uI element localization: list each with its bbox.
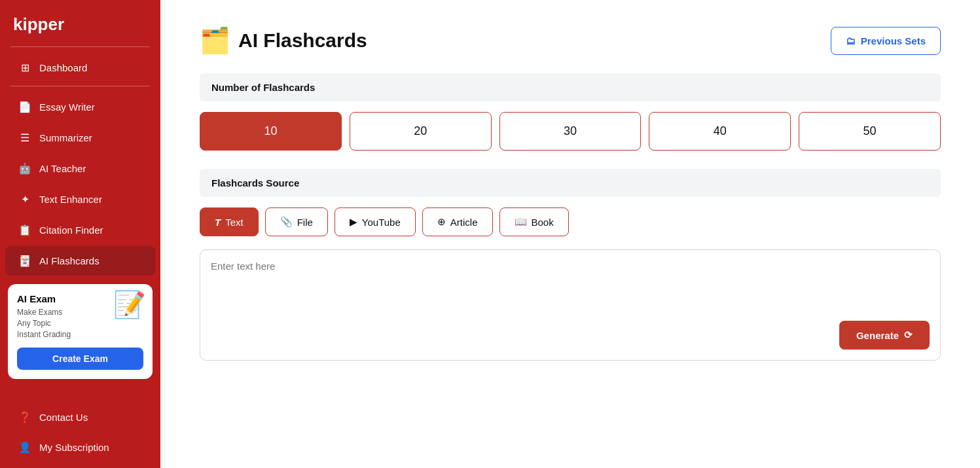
- page-title-row: 🗂️ AI Flashcards: [200, 26, 367, 55]
- sidebar-item-ai-flashcards[interactable]: 🃏 AI Flashcards: [5, 246, 155, 276]
- num-btn-20[interactable]: 20: [350, 112, 492, 151]
- promo-emoji: 📝: [113, 289, 146, 320]
- ai-teacher-icon: 🤖: [18, 162, 31, 175]
- source-book-label: Book: [532, 217, 554, 228]
- sidebar-item-contact-us[interactable]: ❓ Contact Us: [5, 403, 155, 432]
- sidebar-item-dashboard[interactable]: ⊞ Dashboard: [5, 53, 155, 82]
- sidebar-item-ai-teacher-label: AI Teacher: [39, 163, 86, 174]
- generate-icon: ⟳: [904, 329, 913, 341]
- sidebar-item-my-subscription[interactable]: 👤 My Subscription: [5, 433, 155, 462]
- source-youtube-label: YouTube: [362, 217, 401, 228]
- page-title-icon: 🗂️: [200, 26, 230, 55]
- sidebar-item-contact-label: Contact Us: [39, 412, 88, 423]
- sidebar-promo: 📝 AI Exam Make Exams Any Topic Instant G…: [8, 284, 153, 379]
- essay-icon: 📄: [18, 101, 31, 113]
- previous-sets-icon: 🗂: [846, 35, 856, 46]
- dashboard-icon: ⊞: [18, 62, 31, 74]
- youtube-source-icon: ▶: [350, 216, 357, 228]
- flashcards-icon: 🃏: [18, 255, 31, 267]
- text-input-area: Generate ⟳: [200, 249, 941, 361]
- citation-icon: 📋: [18, 224, 31, 236]
- text-source-icon: T: [215, 217, 221, 228]
- page-header: 🗂️ AI Flashcards 🗂 Previous Sets: [200, 26, 941, 55]
- sidebar-item-subscription-label: My Subscription: [39, 442, 109, 453]
- sidebar-item-text-enhancer-label: Text Enhancer: [39, 194, 102, 205]
- contact-icon: ❓: [18, 411, 31, 423]
- subscription-icon: 👤: [18, 441, 31, 454]
- num-btn-50[interactable]: 50: [799, 112, 941, 151]
- main-content: 🗂️ AI Flashcards 🗂 Previous Sets Number …: [160, 0, 980, 468]
- book-source-icon: 📖: [515, 216, 527, 228]
- previous-sets-button[interactable]: 🗂 Previous Sets: [831, 27, 941, 55]
- page-title: AI Flashcards: [238, 29, 367, 52]
- file-source-icon: 📎: [280, 216, 293, 228]
- sidebar-item-summarizer-label: Summarizer: [39, 132, 92, 143]
- sidebar-item-citation-label: Citation Finder: [39, 225, 103, 236]
- generate-button[interactable]: Generate ⟳: [839, 321, 930, 350]
- sidebar-bottom: ❓ Contact Us 👤 My Subscription: [0, 402, 160, 468]
- app-logo[interactable]: kipper: [0, 0, 160, 46]
- num-btn-30[interactable]: 30: [499, 112, 642, 151]
- source-article-label: Article: [450, 217, 478, 228]
- sidebar-item-flashcards-label: AI Flashcards: [39, 255, 100, 266]
- number-buttons-group: 10 20 30 40 50: [200, 112, 941, 151]
- num-btn-40[interactable]: 40: [649, 112, 791, 151]
- source-text-label: Text: [225, 217, 244, 228]
- sidebar-item-citation-finder[interactable]: 📋 Citation Finder: [5, 215, 155, 245]
- source-buttons-group: T Text 📎 File ▶ YouTube ⊕ Article 📖 Book: [200, 207, 941, 236]
- summarizer-icon: ☰: [18, 132, 31, 144]
- sidebar-item-essay-writer[interactable]: 📄 Essay Writer: [5, 92, 155, 122]
- source-file-label: File: [297, 217, 313, 228]
- source-btn-book[interactable]: 📖 Book: [499, 207, 569, 236]
- previous-sets-label: Previous Sets: [861, 35, 926, 46]
- flashcard-count-section-label: Number of Flashcards: [200, 73, 941, 101]
- sidebar-item-essay-label: Essay Writer: [39, 101, 95, 113]
- sidebar-item-dashboard-label: Dashboard: [39, 62, 87, 73]
- article-source-icon: ⊕: [437, 216, 446, 228]
- sidebar: kipper ⊞ Dashboard 📄 Essay Writer ☰ Summ…: [0, 0, 160, 468]
- sidebar-item-text-enhancer[interactable]: ✦ Text Enhancer: [5, 185, 155, 214]
- source-btn-file[interactable]: 📎 File: [265, 207, 328, 236]
- sidebar-item-ai-teacher[interactable]: 🤖 AI Teacher: [5, 154, 155, 183]
- source-btn-youtube[interactable]: ▶ YouTube: [335, 207, 416, 236]
- flashcard-source-section-label: Flashcards Source: [200, 169, 941, 197]
- generate-label: Generate: [856, 330, 899, 341]
- create-exam-button[interactable]: Create Exam: [17, 348, 143, 370]
- sidebar-item-summarizer[interactable]: ☰ Summarizer: [5, 123, 155, 153]
- num-btn-10[interactable]: 10: [200, 112, 342, 151]
- text-input[interactable]: [211, 261, 930, 313]
- source-btn-text[interactable]: T Text: [200, 207, 259, 236]
- source-btn-article[interactable]: ⊕ Article: [422, 207, 493, 236]
- text-enhancer-icon: ✦: [18, 193, 31, 206]
- generate-row: Generate ⟳: [211, 321, 930, 350]
